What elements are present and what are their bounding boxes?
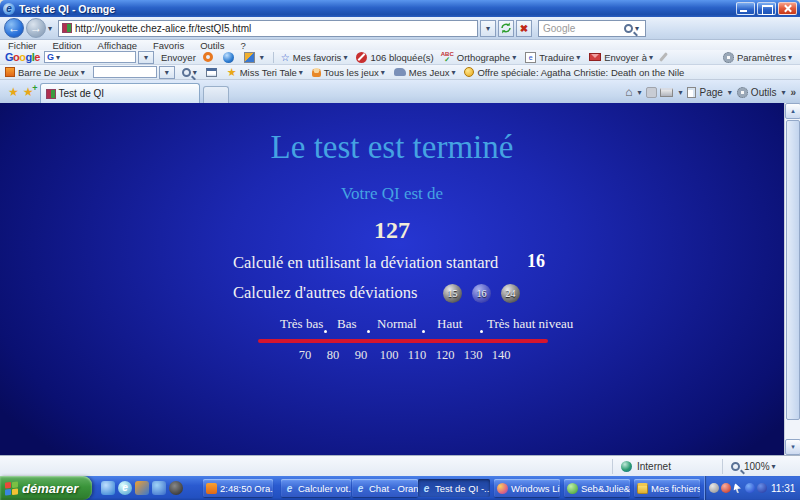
add-favorite-button[interactable]: ★+	[23, 85, 34, 99]
chevron-down-icon[interactable]: ▾	[54, 53, 62, 62]
address-dropdown-button[interactable]: ▾	[480, 20, 496, 37]
new-tab-button[interactable]	[203, 86, 229, 103]
task-chat-orange[interactable]: eChat - Orange	[352, 479, 418, 497]
chevron-down-icon: ▾	[258, 53, 266, 62]
vertical-scrollbar[interactable]: ▴ ▾	[784, 103, 800, 455]
quick-launch-icon-5[interactable]	[169, 481, 183, 495]
translate-icon: e	[525, 52, 536, 63]
miss-teri-tale-button[interactable]: ★Miss Teri Tale▾	[227, 66, 305, 79]
task-test-de-qi[interactable]: eTest de QI -...	[418, 479, 490, 497]
games-bar-button[interactable]: Barre De Jeux▾	[5, 67, 87, 78]
address-input[interactable]: http://youkette.chez-alice.fr/testQI5.ht…	[58, 20, 478, 37]
refresh-button[interactable]	[498, 20, 514, 37]
tray-red-icon[interactable]	[721, 483, 731, 493]
deviation-text: Calculé en utilisant la déviation stanta…	[233, 253, 498, 273]
tray-bluetooth-icon[interactable]	[745, 483, 755, 493]
search-input[interactable]: Google ▾	[538, 20, 646, 37]
deviation-24-button[interactable]: 24	[501, 284, 520, 303]
task-timer-orange[interactable]: 2:48:50 Ora...	[203, 479, 273, 497]
search-icon[interactable]	[624, 24, 633, 33]
scrollbar-thumb[interactable]	[786, 120, 800, 420]
menu-edition[interactable]: Edition	[45, 40, 90, 51]
menu-affichage[interactable]: Affichage	[90, 40, 145, 51]
task-label: Test de QI -...	[435, 483, 490, 494]
scroll-up-button[interactable]: ▴	[785, 103, 800, 119]
send-to-button[interactable]: Envoyer à▾	[589, 52, 655, 63]
translate-button[interactable]: eTraduire▾	[525, 52, 582, 63]
google-search-dropdown[interactable]: ▾	[138, 51, 154, 64]
deviation-15-button[interactable]: 15	[443, 284, 462, 303]
games-search-button[interactable]: ▾	[182, 68, 199, 77]
tools-menu-button[interactable]: Outils	[751, 87, 777, 98]
chevron-down-icon: ▾	[647, 53, 655, 62]
menu-help[interactable]: ?	[232, 40, 253, 51]
scale-number: 90	[347, 348, 375, 363]
home-button[interactable]: ⌂	[625, 85, 632, 99]
menu-fichier[interactable]: Fichier	[0, 40, 45, 51]
menu-favoris[interactable]: Favoris	[145, 40, 192, 51]
special-offer-link[interactable]: Offre spéciale: Agatha Christie: Death o…	[464, 67, 684, 78]
send-label: Envoyer	[161, 52, 196, 63]
tray-cursor-icon[interactable]	[733, 483, 743, 493]
orange-ring-icon[interactable]	[203, 52, 213, 62]
games-bar-icon	[5, 67, 15, 77]
quick-launch-icon-4[interactable]	[152, 481, 166, 495]
back-button[interactable]: ←	[4, 18, 24, 38]
task-label: Seb&Julie&T...	[581, 483, 630, 494]
spellcheck-button[interactable]: ABC✓Orthographe▾	[441, 51, 518, 63]
scroll-down-button[interactable]: ▾	[785, 439, 800, 455]
window-icon[interactable]	[206, 68, 217, 77]
tab-test-de-qi[interactable]: Test de QI	[40, 83, 200, 103]
favorites-button[interactable]: ☆Mes favoris▾	[281, 52, 350, 63]
photos-button[interactable]: ▾	[244, 52, 266, 63]
google-send-button[interactable]: Envoyer	[161, 52, 196, 63]
scale-number: 80	[319, 348, 347, 363]
games-search-input[interactable]	[93, 66, 157, 78]
zoom-control[interactable]: 100% ▾	[722, 459, 800, 474]
chevron-down-icon[interactable]: ▾	[779, 88, 787, 97]
google-earth-icon[interactable]	[223, 52, 234, 63]
stop-button[interactable]: ✖	[516, 20, 532, 37]
maximize-button[interactable]	[757, 2, 776, 15]
ie-icon: e	[284, 483, 295, 494]
settings-button[interactable]: Paramètres▾	[723, 52, 794, 63]
chevron-down-icon[interactable]: ▾	[635, 88, 643, 97]
quick-launch-icon-1[interactable]	[101, 481, 115, 495]
page-menu-button[interactable]: Page	[699, 87, 722, 98]
my-games-button[interactable]: Mes Jeux▾	[394, 67, 458, 78]
chevron-down-icon: ▾	[449, 68, 457, 77]
games-search-dropdown[interactable]: ▾	[159, 66, 175, 79]
chevron-down-icon[interactable]: ▾	[770, 462, 778, 471]
site-favicon	[62, 23, 72, 33]
favorites-center-button[interactable]: ★	[8, 85, 19, 99]
quick-launch-icon-3[interactable]	[135, 481, 149, 495]
all-games-button[interactable]: Tous les jeux▾	[312, 67, 387, 78]
scale-label-normal: Normal	[377, 316, 417, 332]
zoom-level: 100%	[744, 461, 770, 472]
task-messenger[interactable]: Seb&Julie&T...	[564, 479, 630, 497]
deviation-16-button[interactable]: 16	[472, 284, 491, 303]
tray-clock-icon[interactable]	[709, 483, 719, 493]
popup-blocker-button[interactable]: 106 bloquée(s)	[356, 52, 433, 63]
minimize-button[interactable]	[736, 2, 755, 15]
scale-number: 130	[459, 348, 487, 363]
task-windows-live[interactable]: Windows Liv...	[494, 479, 560, 497]
tray-blue-icon[interactable]	[757, 483, 767, 493]
feed-icon[interactable]	[646, 87, 657, 98]
task-mes-fichiers[interactable]: Mes fichiers ...	[634, 479, 700, 497]
task-calculer[interactable]: eCalculer vot...	[281, 479, 351, 497]
google-search-input[interactable]: G ▾	[44, 51, 136, 63]
close-button[interactable]	[778, 2, 797, 15]
chevron-down-icon: ▾	[786, 53, 794, 62]
forward-button[interactable]: →	[26, 18, 46, 38]
chevron-down-icon[interactable]: ▾	[676, 88, 684, 97]
quick-launch-ie-icon[interactable]: e	[118, 481, 132, 495]
chevron-down-icon[interactable]: ▾	[726, 88, 734, 97]
history-dropdown-icon[interactable]: ▾	[46, 24, 54, 33]
scale-number: 70	[291, 348, 319, 363]
scale-dot	[367, 330, 370, 333]
overflow-button[interactable]: »	[790, 87, 796, 98]
start-button[interactable]: démarrer	[0, 476, 92, 500]
print-button[interactable]	[660, 88, 673, 97]
menu-outils[interactable]: Outils	[192, 40, 232, 51]
